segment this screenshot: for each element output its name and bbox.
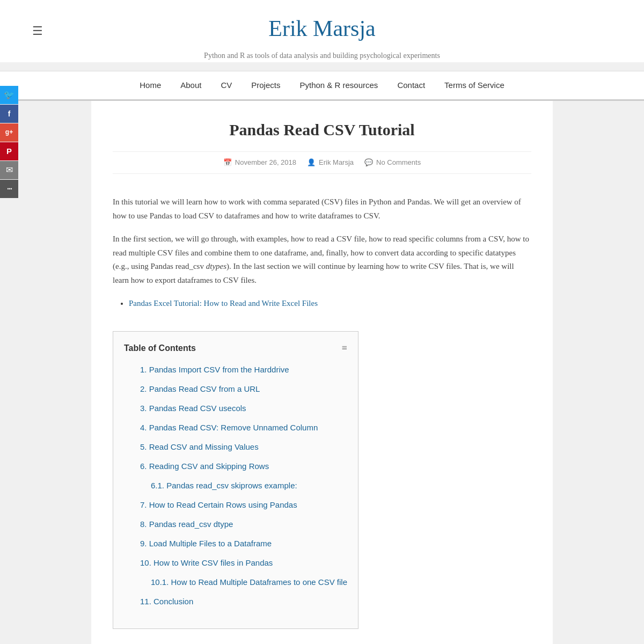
nav-link-about[interactable]: About (171, 71, 211, 99)
social-email-button[interactable]: ✉ (0, 161, 18, 179)
nav-link-python-r[interactable]: Python & R resources (290, 71, 387, 99)
article-intro-1: In this tutorial we will learn how to wo… (113, 195, 531, 223)
toc-link-5[interactable]: 5. Read CSV and Missing Values (140, 442, 259, 451)
article-title: Pandas Read CSV Tutorial (113, 117, 531, 143)
toc-link-11[interactable]: 11. Conclusion (140, 597, 193, 606)
article: Pandas Read CSV Tutorial November 26, 20… (91, 101, 553, 644)
social-google-button[interactable]: g+ (0, 123, 18, 142)
nav-link-contact[interactable]: Contact (387, 71, 435, 99)
nav-item-contact[interactable]: Contact (387, 71, 435, 99)
toc-link-9[interactable]: 9. Load Multiple Files to a Dataframe (140, 539, 272, 548)
nav-link-terms[interactable]: Terms of Service (435, 71, 514, 99)
article-body: In this tutorial we will learn how to wo… (91, 190, 553, 644)
nav-item-python-r[interactable]: Python & R resources (290, 71, 387, 99)
article-author-text: Erik Marsja (319, 157, 354, 169)
nav-list: Home About CV Projects Python & R resour… (0, 71, 644, 99)
toc-link-2[interactable]: 2. Pandas Read CSV from a URL (140, 384, 260, 393)
toc-link-6-1[interactable]: 6.1. Pandas read_csv skiprows example: (151, 481, 297, 490)
article-comments-text: No Comments (376, 157, 421, 169)
related-links-list: Pandas Excel Tutorial: How to Read and W… (129, 297, 531, 310)
toc-item-7: 7. How to Read Certain Rows using Pandas (140, 497, 347, 513)
article-comments[interactable]: No Comments (364, 157, 421, 169)
social-facebook-button[interactable]: f (0, 105, 18, 123)
twitter-icon: 🐦 (4, 88, 14, 102)
main-wrapper: Pandas Read CSV Tutorial November 26, 20… (80, 101, 564, 644)
nav-item-terms[interactable]: Terms of Service (435, 71, 514, 99)
toc-item-2: 2. Pandas Read CSV from a URL (140, 382, 347, 397)
toc-link-1[interactable]: 1. Pandas Import CSV from the Harddrive (140, 365, 289, 374)
toc-link-8[interactable]: 8. Pandas read_csv dtype (140, 519, 233, 529)
toc-link-10-1[interactable]: 10.1. How to Read Multiple Dataframes to… (151, 577, 347, 587)
toc-item-6-1: 6.1. Pandas read_csv skiprows example: (140, 478, 347, 493)
related-link-excel[interactable]: Pandas Excel Tutorial: How to Read and W… (129, 299, 318, 308)
hamburger-icon: ☰ (32, 24, 43, 38)
nav-item-cv[interactable]: CV (211, 71, 241, 99)
toc-item-5: 5. Read CSV and Missing Values (140, 440, 347, 455)
toc-link-10[interactable]: 10. How to Write CSV files in Pandas (140, 558, 273, 567)
toc-item-11: 11. Conclusion (140, 594, 347, 609)
toc-link-6[interactable]: 6. Reading CSV and Skipping Rows (140, 462, 269, 471)
toc-item-10: 10. How to Write CSV files in Pandas (140, 555, 347, 570)
toc-item-10-1: 10.1. How to Read Multiple Dataframes to… (140, 575, 347, 590)
nav-item-projects[interactable]: Projects (241, 71, 290, 99)
article-meta: November 26, 2018 Erik Marsja No Comment… (113, 151, 531, 174)
toc-item-3: 3. Pandas Read CSV usecols (140, 401, 347, 416)
table-of-contents: Table of Contents ≡ 1. Pandas Import CSV… (113, 331, 358, 629)
nav-link-cv[interactable]: CV (211, 71, 241, 99)
article-header: Pandas Read CSV Tutorial November 26, 20… (91, 101, 553, 191)
toc-title: Table of Contents (124, 341, 196, 355)
article-intro-2: In the first section, we will go through… (113, 232, 531, 287)
pinterest-icon: P (6, 145, 12, 158)
toc-link-3[interactable]: 3. Pandas Read CSV usecols (140, 404, 246, 413)
site-title[interactable]: Erik Marsja (5, 11, 639, 47)
toc-link-4[interactable]: 4. Pandas Read CSV: Remove Unnamed Colum… (140, 423, 318, 432)
toc-item-4: 4. Pandas Read CSV: Remove Unnamed Colum… (140, 420, 347, 435)
social-more-button[interactable]: ··· (0, 180, 18, 198)
toc-header: Table of Contents ≡ (124, 340, 347, 356)
article-intro-2-italic: dtypes (206, 262, 226, 270)
nav-item-about[interactable]: About (171, 71, 211, 99)
nav-link-home[interactable]: Home (130, 71, 171, 99)
toc-toggle-button[interactable]: ≡ (342, 340, 347, 356)
social-pinterest-button[interactable]: P (0, 142, 18, 160)
user-icon (307, 157, 316, 169)
google-icon: g+ (5, 127, 13, 137)
site-title-link[interactable]: Erik Marsja (268, 16, 375, 41)
toc-item-1: 1. Pandas Import CSV from the Harddrive (140, 362, 347, 377)
calendar-icon (223, 157, 232, 169)
related-link-item: Pandas Excel Tutorial: How to Read and W… (129, 297, 531, 310)
menu-toggle-button[interactable]: ☰ (32, 21, 43, 40)
article-date: November 26, 2018 (223, 157, 296, 169)
site-description: Python and R as tools of data analysis a… (5, 50, 639, 62)
toc-item-9: 9. Load Multiple Files to a Dataframe (140, 536, 347, 551)
site-nav: Home About CV Projects Python & R resour… (0, 71, 644, 101)
email-icon: ✉ (6, 163, 13, 177)
article-author: Erik Marsja (307, 157, 354, 169)
toc-item-6: 6. Reading CSV and Skipping Rows (140, 459, 347, 474)
more-icon: ··· (7, 180, 12, 197)
site-header: ☰ Erik Marsja Python and R as tools of d… (0, 0, 644, 62)
nav-link-projects[interactable]: Projects (241, 71, 290, 99)
toc-item-8: 8. Pandas read_csv dtype (140, 517, 347, 532)
social-twitter-button[interactable]: 🐦 (0, 86, 18, 104)
comment-icon (364, 157, 373, 169)
facebook-icon: f (8, 108, 11, 120)
social-sidebar: 🐦 f g+ P ✉ ··· (0, 86, 18, 199)
article-date-text: November 26, 2018 (235, 157, 296, 169)
toc-list: 1. Pandas Import CSV from the Harddrive … (140, 362, 347, 609)
nav-item-home[interactable]: Home (130, 71, 171, 99)
toc-link-7[interactable]: 7. How to Read Certain Rows using Pandas (140, 500, 297, 509)
